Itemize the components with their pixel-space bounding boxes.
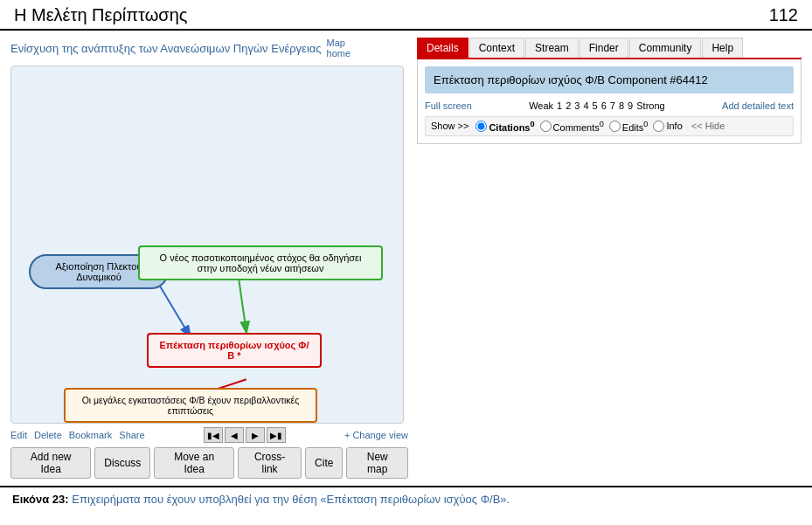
player-back[interactable]: ◀ [225, 427, 244, 443]
edits-label: Edits0 [622, 120, 649, 133]
cross-link-button[interactable]: Cross-link [238, 447, 302, 479]
page-header: Η Μελέτη Περίπτωσης 112 [0, 0, 812, 31]
breadcrumb-area: Ενίσχυση της ανάπτυξης των Ανανεώσιμων Π… [10, 38, 408, 59]
fullscreen-link[interactable]: Full screen [425, 100, 472, 111]
new-map-button[interactable]: New map [346, 447, 408, 479]
page-title: Η Μελέτη Περίπτωσης [14, 5, 187, 25]
tab-stream[interactable]: Stream [525, 38, 579, 58]
info-label: Info [666, 121, 682, 131]
show-row: Show >> Citations0 Comments0 Edits0 Info [425, 116, 794, 136]
show-label: Show >> [431, 121, 468, 131]
home-link[interactable]: home [327, 48, 351, 59]
action-buttons: Add new Idea Discuss Move an Idea Cross-… [10, 447, 408, 479]
strength-5[interactable]: 5 [593, 100, 598, 111]
cite-button[interactable]: Cite [305, 447, 343, 479]
add-new-idea-button[interactable]: Add new Idea [10, 447, 91, 479]
move-idea-button[interactable]: Move an Idea [154, 447, 234, 479]
fullscreen-row: Full screen Weak 1 2 3 4 5 6 7 8 9 Stron… [425, 100, 794, 111]
info-radio-item: Info [653, 121, 682, 132]
strength-8[interactable]: 8 [619, 100, 624, 111]
hide-link[interactable]: << Hide [691, 121, 725, 131]
map-controls: Edit Delete Bookmark Share ▮◀ ◀ ▶ ▶▮ + C… [10, 427, 408, 443]
player-controls: ▮◀ ◀ ▶ ▶▮ [204, 427, 286, 443]
main-content: Ενίσχυση της ανάπτυξης των Ανανεώσιμων Π… [0, 38, 812, 479]
player-skip-back[interactable]: ▮◀ [204, 427, 223, 443]
share-link[interactable]: Share [119, 430, 144, 440]
citations-label: Citations0 [489, 120, 534, 133]
map-node-3[interactable]: Επέκταση περιθορίων ισχύος Φ/Β * [147, 333, 322, 368]
change-view-link[interactable]: + Change view [344, 430, 408, 440]
strength-1[interactable]: 1 [557, 100, 562, 111]
caption-text: Επιχειρήματα που έχουν υποβληθεί για την… [72, 493, 510, 506]
right-panel: Details Context Stream Finder Community … [417, 38, 802, 479]
edit-link[interactable]: Edit [10, 430, 27, 440]
map-edit-links: Edit Delete Bookmark Share [10, 430, 145, 440]
tab-bar: Details Context Stream Finder Community … [417, 38, 802, 59]
tab-community[interactable]: Community [629, 38, 702, 58]
tab-help[interactable]: Help [702, 38, 743, 58]
strength-7[interactable]: 7 [610, 100, 615, 111]
strength-2[interactable]: 2 [566, 100, 571, 111]
map-node-2[interactable]: Ο νέος ποσοτικοποιημένος στόχος θα οδηγή… [138, 245, 383, 280]
details-panel: Επέκταση περιθορίων ισχύος Φ/Β Component… [417, 59, 802, 144]
bookmark-link[interactable]: Bookmark [69, 430, 113, 440]
strength-row: Weak 1 2 3 4 5 6 7 8 9 Strong [529, 100, 664, 111]
left-panel: Ενίσχυση της ανάπτυξης των Ανανεώσιμων Π… [10, 38, 408, 479]
caption-label: Εικόνα 23: [12, 493, 69, 506]
weak-label: Weak [529, 100, 553, 111]
map-link[interactable]: Map [327, 38, 351, 48]
breadcrumb-title: Ενίσχυση της ανάπτυξης των Ανανεώσιμων Π… [10, 42, 322, 55]
tab-details[interactable]: Details [417, 38, 468, 58]
breadcrumb-links: Map home [327, 38, 351, 59]
strong-label: Strong [636, 100, 664, 111]
tab-finder[interactable]: Finder [580, 38, 628, 58]
add-detailed-link[interactable]: Add detailed text [722, 100, 794, 111]
comments-radio-item: Comments0 [540, 120, 604, 133]
map-node-4[interactable]: Οι μεγάλες εγκαταστάσεις Φ/Β έχουν περιβ… [64, 388, 317, 423]
edits-radio-item: Edits0 [609, 120, 649, 133]
comments-radio[interactable] [540, 121, 552, 132]
caption-area: Εικόνα 23: Επιχειρήματα που έχουν υποβλη… [0, 486, 812, 511]
map-canvas: Αξιοποίηση Πλεκτού Δυναμικού Ο νέος ποσο… [10, 66, 404, 424]
page-number: 112 [769, 5, 798, 25]
map-arrows [11, 66, 403, 423]
strength-9[interactable]: 9 [628, 100, 633, 111]
edits-radio[interactable] [609, 121, 621, 132]
info-radio[interactable] [653, 121, 664, 132]
strength-6[interactable]: 6 [601, 100, 607, 111]
strength-4[interactable]: 4 [583, 100, 588, 111]
player-forward[interactable]: ▶▮ [267, 427, 286, 443]
player-play[interactable]: ▶ [246, 427, 265, 443]
discuss-button[interactable]: Discuss [94, 447, 150, 479]
comments-label: Comments0 [553, 120, 604, 133]
delete-link[interactable]: Delete [34, 430, 62, 440]
tab-context[interactable]: Context [469, 38, 524, 58]
citations-radio-item: Citations0 [475, 120, 534, 133]
strength-3[interactable]: 3 [574, 100, 580, 111]
citations-radio[interactable] [475, 121, 487, 132]
component-header: Επέκταση περιθορίων ισχύος Φ/Β Component… [425, 66, 794, 93]
